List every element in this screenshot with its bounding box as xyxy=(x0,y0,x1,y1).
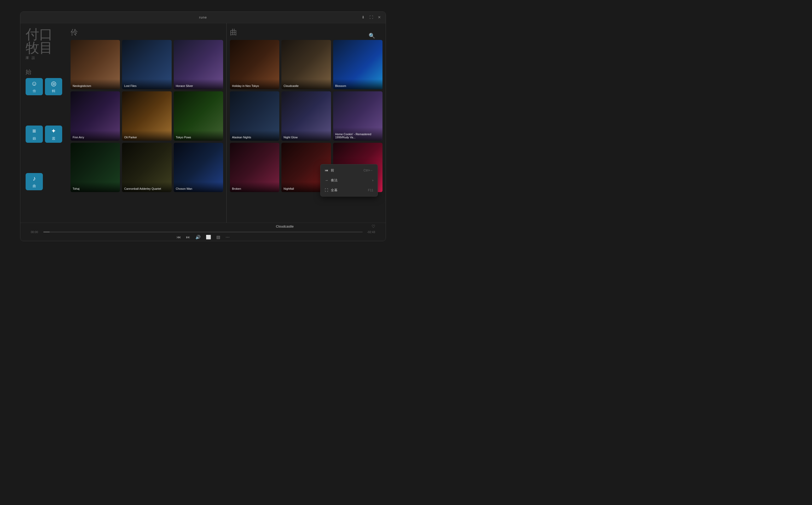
albums-label: 輯 xyxy=(52,89,55,94)
sidebar-section-label-begin: 始 xyxy=(26,68,62,76)
album-lost-files[interactable]: Lost Files xyxy=(122,40,171,89)
prev-label: 前 xyxy=(331,168,334,173)
right-section-label: 曲 xyxy=(230,27,237,37)
player-time-current: 00:00 xyxy=(31,230,41,233)
player: Cloudcastle ♡ 00:00 -02:43 ⏮ ⏭ 🔊 ⬜ ▤ ⋯ xyxy=(20,223,386,241)
playlist-icon: ≡ xyxy=(32,127,36,135)
playlist-label: 錄 xyxy=(33,136,36,141)
album-tohaj[interactable]: Tohaj xyxy=(71,143,120,192)
player-display1-button[interactable]: ⬜ xyxy=(206,234,211,239)
search-button[interactable]: 🔍 xyxy=(369,33,375,39)
fullscreen-label: 全幕 xyxy=(331,188,338,193)
album-broken-title: Broken xyxy=(230,182,279,192)
albums-icon: ◎ xyxy=(51,80,56,87)
player-volume-button[interactable]: 🔊 xyxy=(196,234,201,239)
tracks-label: 曲 xyxy=(33,184,36,188)
album-holiday-neo[interactable]: Holiday in Neo Tokyo xyxy=(230,40,279,89)
album-lost-files-title: Lost Files xyxy=(122,79,171,89)
sidebar-nav: 庫 設 xyxy=(26,55,62,60)
fullscreen-icon: ⛶ xyxy=(325,188,328,192)
album-alaskan-nights-title: Alaskan Nights xyxy=(230,131,279,141)
player-prev-button[interactable]: ⏮ xyxy=(177,235,181,239)
album-home-cookin[interactable]: Home Cookin' - Remastered 1999/Rudy Va..… xyxy=(333,91,382,141)
player-next-button[interactable]: ⏭ xyxy=(186,235,190,239)
sidebar-nav-library[interactable]: 庫 xyxy=(26,55,29,60)
context-menu-fullscreen[interactable]: ⛶ 全幕 F11 xyxy=(321,185,377,195)
sidebar-tile-albums[interactable]: ◎ 輯 xyxy=(45,78,62,95)
album-cloudcastle[interactable]: Cloudcastle xyxy=(281,40,331,89)
album-oli-parker-title: Oli Parker xyxy=(122,131,171,141)
player-favorite-button[interactable]: ♡ xyxy=(371,224,375,229)
sidebar-header-cjk: 付口牧目 xyxy=(26,27,62,54)
app-window: rune ⬇ ⛶ ✕ 付口牧目 庫 設 始 ☺ 伶 ◎ 輯 xyxy=(20,11,386,241)
fullscreen-shortcut: F11 xyxy=(368,188,373,192)
fullscreen-button[interactable]: ⛶ xyxy=(368,15,374,20)
album-night-glow-title: Night Glow xyxy=(281,131,331,141)
player-more-button[interactable]: ⋯ xyxy=(225,234,230,239)
right-albums-section: 曲 Holiday in Neo Tokyo Cloudcastle Bloss… xyxy=(227,23,386,223)
album-tokyo-pows[interactable]: Tokyo Pows xyxy=(174,91,223,141)
left-albums-section: 伶 Neologisticism Lost Files Horace Silve… xyxy=(68,23,226,223)
album-finn-arry-title: Finn Arry xyxy=(71,131,120,141)
album-finn-arry[interactable]: Finn Arry xyxy=(71,91,120,141)
left-section-header: 伶 xyxy=(71,23,223,37)
main-area: 付口牧目 庫 設 始 ☺ 伶 ◎ 輯 ≡ 錄 xyxy=(20,23,386,223)
album-tohaj-title: Tohaj xyxy=(71,182,120,192)
album-blossom[interactable]: Blossom xyxy=(333,40,382,89)
sidebar-grid: ☺ 伶 ◎ 輯 ≡ 錄 ✦ 叢 ♪ 曲 xyxy=(26,78,62,218)
player-progress-bar[interactable] xyxy=(43,232,363,232)
album-tokyo-pows-title: Tokyo Pows xyxy=(174,131,223,141)
sidebar-tile-tracks[interactable]: ♪ 曲 xyxy=(26,173,43,190)
album-blossom-title: Blossom xyxy=(333,79,382,89)
album-cannonball-title: Cannonball Adderley Quartet xyxy=(122,182,171,192)
context-menu: ⏮ 前 Ctrl+← → 奏法 › ⛶ 全幕 F11 xyxy=(320,164,378,196)
tracks-icon: ♪ xyxy=(33,175,36,182)
play-method-label: 奏法 xyxy=(331,178,338,183)
player-progress: 00:00 -02:43 xyxy=(31,230,375,233)
album-choson-wan[interactable]: Choson Wan xyxy=(174,143,223,192)
player-track-title: Cloudcastle xyxy=(201,224,368,228)
right-section-header: 曲 xyxy=(230,23,382,37)
sidebar: 付口牧目 庫 設 始 ☺ 伶 ◎ 輯 ≡ 錄 xyxy=(20,23,68,223)
album-alaskan-nights[interactable]: Alaskan Nights xyxy=(230,91,279,141)
album-choson-wan-title: Choson Wan xyxy=(174,182,223,192)
player-time-total: -02:43 xyxy=(365,230,375,233)
play-method-arrow: › xyxy=(372,178,373,182)
prev-shortcut: Ctrl+← xyxy=(363,169,373,172)
album-night-glow[interactable]: Night Glow xyxy=(281,91,331,141)
songs-label: 伶 xyxy=(33,89,36,94)
content-area: 伶 Neologisticism Lost Files Horace Silve… xyxy=(68,23,386,223)
play-method-icon: → xyxy=(325,178,328,182)
titlebar-controls: ⬇ ⛶ ✕ xyxy=(361,15,382,20)
close-button[interactable]: ✕ xyxy=(377,15,382,20)
songs-icon: ☺ xyxy=(31,80,38,87)
player-top: Cloudcastle ♡ xyxy=(31,224,375,229)
album-holiday-neo-title: Holiday in Neo Tokyo xyxy=(230,79,279,89)
context-menu-prev[interactable]: ⏮ 前 Ctrl+← xyxy=(321,165,377,175)
sidebar-tile-songs[interactable]: ☺ 伶 xyxy=(26,78,43,95)
player-controls: ⏮ ⏭ 🔊 ⬜ ▤ ⋯ xyxy=(31,234,375,239)
download-button[interactable]: ⬇ xyxy=(361,15,366,20)
sidebar-tile-playlist[interactable]: ≡ 錄 xyxy=(26,126,43,143)
album-oli-parker[interactable]: Oli Parker xyxy=(122,91,171,141)
context-menu-play-method[interactable]: → 奏法 › xyxy=(321,175,377,185)
album-home-cookin-title: Home Cookin' - Remastered 1999/Rudy Va..… xyxy=(333,127,382,141)
album-broken[interactable]: Broken xyxy=(230,143,279,192)
left-albums-grid: Neologisticism Lost Files Horace Silver … xyxy=(71,40,223,192)
album-neologisticism-title: Neologisticism xyxy=(71,79,120,89)
player-display2-button[interactable]: ▤ xyxy=(216,234,220,239)
sidebar-tile-ai[interactable]: ✦ 叢 xyxy=(45,126,62,143)
ai-icon: ✦ xyxy=(51,127,56,135)
ai-label: 叢 xyxy=(52,136,55,141)
sidebar-nav-settings[interactable]: 設 xyxy=(32,55,35,60)
search-icon: 🔍 xyxy=(369,33,375,39)
app-title: rune xyxy=(199,15,207,19)
album-cannonball[interactable]: Cannonball Adderley Quartet xyxy=(122,143,171,192)
album-neologisticism[interactable]: Neologisticism xyxy=(71,40,120,89)
album-cloudcastle-title: Cloudcastle xyxy=(281,79,331,89)
left-section-label: 伶 xyxy=(71,27,78,37)
album-horace-silver[interactable]: Horace Silver xyxy=(174,40,223,89)
album-horace-silver-title: Horace Silver xyxy=(174,79,223,89)
prev-icon: ⏮ xyxy=(325,168,328,172)
player-progress-fill xyxy=(43,232,49,232)
